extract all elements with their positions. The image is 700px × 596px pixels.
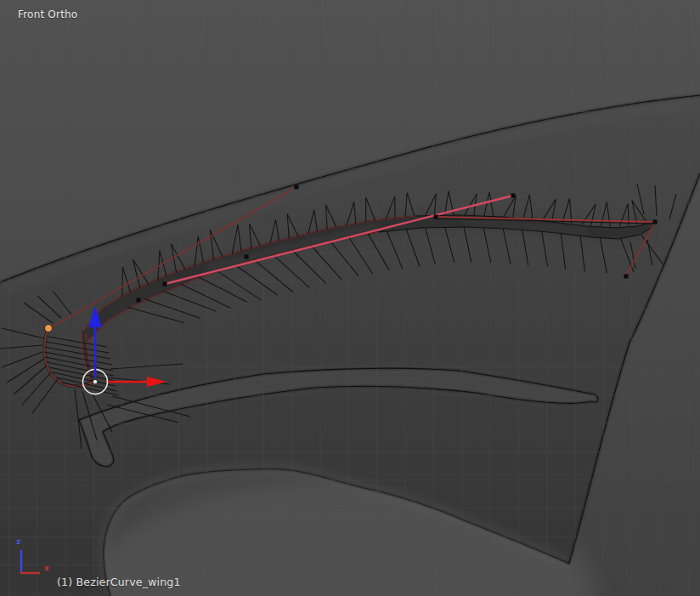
view-orientation-label: Front Ortho [18, 9, 77, 20]
handle-endpoint[interactable] [624, 275, 629, 279]
handle-endpoint[interactable] [163, 282, 167, 287]
handle-endpoint[interactable] [653, 220, 658, 224]
handle-endpoint[interactable] [137, 298, 141, 303]
active-control-point[interactable] [45, 325, 53, 332]
active-object-label: (1) BezierCurve_wing1 [57, 576, 181, 588]
handle-endpoint[interactable] [511, 194, 516, 198]
manipulator-center-dot [93, 379, 97, 383]
axis-x-label: x [44, 564, 49, 572]
handle-endpoint[interactable] [295, 185, 299, 190]
viewport-canvas [0, 0, 700, 596]
blender-3d-viewport[interactable]: Front Ortho (1) BezierCurve_wing1 z x [0, 0, 700, 596]
handle-endpoint[interactable] [245, 255, 249, 259]
handle-endpoint[interactable] [434, 215, 438, 219]
axis-z-label: z [16, 537, 20, 546]
